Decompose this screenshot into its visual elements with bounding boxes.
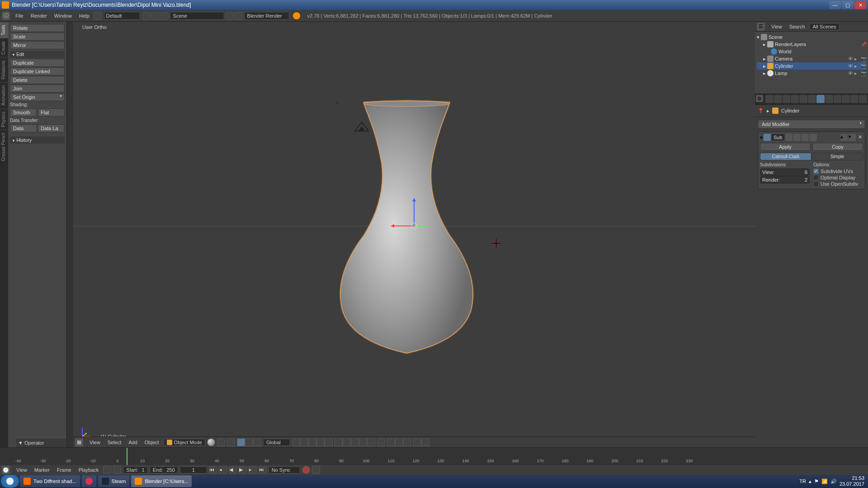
vp-menu-object[interactable]: Object [142,440,162,445]
taskbar-steam[interactable]: Steam [98,475,130,487]
gizmo-z-axis[interactable] [414,199,415,226]
scene-selector[interactable]: Scene [170,12,224,20]
copy-button[interactable]: Copy [812,143,863,151]
toolshelf-scrollbar[interactable] [67,22,73,447]
tray-network-icon[interactable]: 📶 [821,479,828,484]
add-modifier-dropdown[interactable]: Add Modifier [758,120,865,129]
pivot-icon[interactable] [217,438,225,446]
tab-animation[interactable]: Animation [0,82,8,108]
optimal-display-checkbox[interactable]: Optimal Display [813,174,863,181]
scene-delete-icon[interactable] [235,12,243,20]
cylinder-mesh[interactable] [332,100,481,359]
tree-renderlayers[interactable]: ▸ RenderLayers 📌 [757,41,866,48]
duplicate-linked-button[interactable]: Duplicate Linked [10,67,65,75]
outliner-view[interactable]: View [769,23,785,30]
render-icon[interactable]: 📷 [861,63,866,69]
layout-add-icon[interactable] [142,12,151,20]
keyframe-next-icon[interactable]: ▸ [249,466,257,474]
editmode-visibility-icon[interactable] [802,134,809,141]
eye-icon[interactable]: 👁 [848,56,854,61]
modifier-delete-icon[interactable]: ✕ [857,134,863,141]
current-frame-field[interactable]: 1 [180,466,207,474]
tab-world[interactable] [791,95,799,103]
editor-type-icon[interactable]: ⓘ [2,12,10,20]
tab-physics[interactable] [859,95,867,103]
sync-mode-selector[interactable]: No Sync [269,466,300,474]
join-button[interactable]: Join [10,84,65,93]
outliner-editor-icon[interactable]: ☰ [757,23,765,31]
subdivide-uvs-checkbox[interactable]: Subdivide UVs [813,168,863,174]
tl-menu-marker[interactable]: Marker [32,467,52,473]
render-engine-selector[interactable]: Blender Render [244,12,289,20]
render-visibility-icon[interactable] [785,134,793,141]
render-anim-icon[interactable] [421,438,429,446]
history-section-header[interactable]: History [10,136,65,144]
tl-menu-frame[interactable]: Frame [54,467,74,473]
shade-smooth-button[interactable]: Smooth [10,108,37,117]
tl-menu-view[interactable]: View [14,467,30,473]
move-down-icon[interactable]: ▾ [849,134,856,141]
eye-icon[interactable]: 👁 [848,70,854,76]
outliner-search[interactable]: Search [787,23,808,30]
manipulator-scale-icon[interactable] [253,438,261,446]
tab-physics[interactable]: Physics [0,108,8,130]
render-opengl-icon[interactable] [413,438,421,446]
tree-camera[interactable]: ▸ Camera 👁▸📷 [757,55,866,62]
mirror-button[interactable]: Mirror [10,41,65,49]
modifier-name-field[interactable]: Sub [772,134,784,141]
simple-toggle[interactable]: Simple [811,153,863,160]
tray-action-center-icon[interactable]: ⚑ [814,479,819,484]
tree-cylinder[interactable]: ▸ Cylinder 👁▸📷 [757,62,866,70]
viewport-editor-icon[interactable]: ▦ [75,438,83,446]
close-button[interactable]: ✕ [854,1,866,9]
jump-end-icon[interactable]: ⏭ [259,466,267,474]
tab-material[interactable] [834,95,842,103]
cursor-icon[interactable]: ▸ [854,63,860,69]
manipulator-rotate-icon[interactable] [245,438,253,446]
menu-file[interactable]: File [12,13,27,19]
render-icon[interactable]: 📷 [861,56,866,61]
play-reverse-icon[interactable]: ◀ [229,466,237,474]
tab-tools[interactable]: Tools [0,22,8,38]
snap-element-icon[interactable] [395,438,403,446]
cage-icon[interactable] [810,134,817,141]
tab-particles[interactable] [850,95,859,103]
viewport-visibility-icon[interactable] [793,134,801,141]
end-frame-field[interactable]: End:250 [150,466,178,474]
layers-buttons[interactable] [292,438,375,446]
move-up-icon[interactable]: ▴ [840,134,848,141]
tree-lamp[interactable]: ▸ Lamp 👁▸📷 [757,70,866,77]
orientation-selector[interactable]: Global [263,439,290,446]
properties-editor-icon[interactable]: ⚙ [756,95,763,102]
taskbar-clock[interactable]: 21:53 23.07.2017 [840,475,864,487]
jump-start-icon[interactable]: ⏮ [209,466,217,474]
tray-show-hidden-icon[interactable]: ▴ [809,479,811,484]
tab-modifiers[interactable] [816,95,825,103]
minimize-button[interactable]: — [829,1,841,9]
render-icon[interactable]: 📷 [861,70,866,76]
3d-viewport[interactable]: User Ortho [73,22,755,447]
rotate-button[interactable]: Rotate [10,24,65,32]
timeline-editor-icon[interactable]: 🕐 [2,466,10,474]
duplicate-button[interactable]: Duplicate [10,59,65,67]
vp-menu-select[interactable]: Select [105,440,124,445]
tab-object[interactable] [799,95,807,103]
apply-button[interactable]: Apply [760,143,811,151]
scale-button[interactable]: Scale [10,33,65,41]
tab-data[interactable] [825,95,833,103]
start-button[interactable] [1,475,19,488]
play-icon[interactable]: ▶ [239,466,247,474]
taskbar-blender[interactable]: Blender [C:\Users... [131,475,192,487]
timeline-ruler[interactable]: -40-30-20-100102030405060708090100110120… [0,448,868,465]
taskbar-firefox[interactable]: Two Diffrent shad... [20,475,80,487]
tree-scene[interactable]: ▾ Scene [757,33,866,41]
layout-browse-icon[interactable] [94,12,102,20]
tab-constraints[interactable] [808,95,816,103]
tab-renderlayers[interactable] [774,95,782,103]
context-object-name[interactable]: Cylinder [781,108,799,113]
lock-camera-icon[interactable] [377,438,385,446]
gizmo-center[interactable] [411,223,417,229]
cursor-icon[interactable]: ▸ [854,56,860,61]
maximize-button[interactable]: ▢ [842,1,854,9]
data-button[interactable]: Data [10,124,37,132]
